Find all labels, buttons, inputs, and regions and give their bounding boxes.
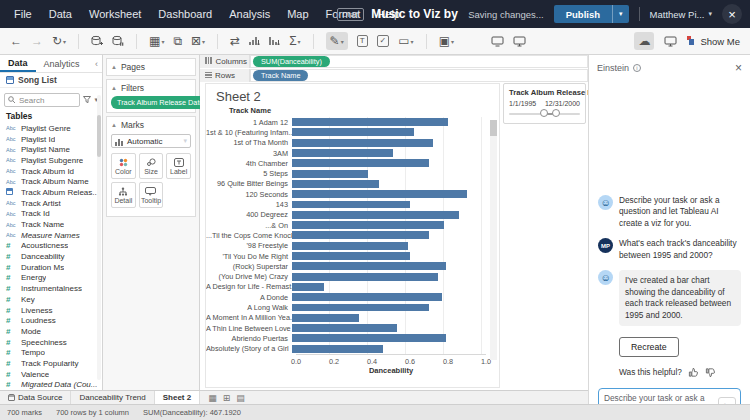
sort-descending-icon[interactable]: [269, 36, 280, 47]
show-hide-cards-icon[interactable]: ▣▾: [439, 34, 454, 48]
field-playlist-genre[interactable]: AbcPlaylist Genre: [0, 123, 102, 134]
field-track-album-releas[interactable]: Track Album Releas...: [0, 187, 102, 198]
bar-category-label[interactable]: Absolutely (Story of a Girl: [206, 344, 292, 353]
field-track-album-id[interactable]: AbcTrack Album Id: [0, 166, 102, 177]
bar[interactable]: [292, 242, 408, 250]
bar[interactable]: [292, 293, 442, 301]
thumbs-down-icon[interactable]: [705, 367, 716, 378]
columns-pill[interactable]: SUM(Danceability): [253, 56, 330, 67]
bar[interactable]: [292, 201, 410, 209]
bar[interactable]: [292, 159, 429, 167]
field-migrated-data-cou[interactable]: #Migrated Data (Cou...: [0, 380, 102, 391]
bar[interactable]: [292, 231, 429, 239]
marks-card[interactable]: ▲Marks Automatic ▾ Color Size Label: [106, 116, 196, 217]
bar-category-label[interactable]: 1st & 10 (Featuring Infam...: [206, 128, 292, 137]
field-playlist-subgenre[interactable]: AbcPlaylist Subgenre: [0, 155, 102, 166]
bar[interactable]: [292, 334, 446, 342]
field-playlist-name[interactable]: AbcPlaylist Name: [0, 144, 102, 155]
field-key[interactable]: #Key: [0, 294, 102, 305]
bar[interactable]: [292, 118, 448, 126]
bar-category-label[interactable]: 1st of Tha Month: [206, 138, 292, 147]
close-icon[interactable]: ×: [722, 4, 742, 24]
tooltip-monitor-icon[interactable]: [664, 36, 677, 47]
bar[interactable]: [292, 252, 410, 260]
bar-category-label[interactable]: (Rock) Superstar: [206, 262, 292, 271]
bar-category-label[interactable]: A Design for Life - Remast...: [206, 282, 292, 291]
mark-type-dropdown[interactable]: Automatic ▾: [111, 134, 191, 148]
slider-handle-end[interactable]: [552, 109, 560, 117]
bar-category-label[interactable]: 5 Steps: [206, 169, 292, 178]
bar[interactable]: [292, 273, 438, 281]
new-data-source-icon[interactable]: [91, 35, 103, 47]
show-me-button[interactable]: Show Me: [687, 36, 740, 47]
bar[interactable]: [292, 170, 368, 178]
bar-category-label[interactable]: A Thin Line Between Love ...: [206, 324, 292, 333]
publish-dropdown-button[interactable]: ▾: [612, 5, 629, 23]
highlight-icon[interactable]: ✎▾: [326, 32, 348, 50]
info-icon[interactable]: i: [633, 64, 641, 72]
bar[interactable]: [292, 211, 459, 219]
bar-category-label[interactable]: A Long Walk: [206, 303, 292, 312]
field-measure-names[interactable]: AbcMeasure Names: [0, 230, 102, 241]
sort-ascending-icon[interactable]: [249, 36, 260, 47]
clear-sheet-icon[interactable]: ⊠▾: [191, 34, 205, 48]
columns-shelf[interactable]: Columns SUM(Danceability): [200, 55, 588, 68]
pause-auto-updates-icon[interactable]: [112, 35, 124, 47]
bar-category-label[interactable]: 3AM: [206, 149, 292, 158]
field-speechiness[interactable]: #Speechiness: [0, 337, 102, 348]
menu-analysis[interactable]: Analysis: [229, 8, 270, 20]
show-mark-labels-icon[interactable]: T: [357, 35, 368, 47]
rows-pill[interactable]: Track Name: [253, 70, 308, 81]
pages-card[interactable]: ▲Pages: [106, 58, 196, 76]
datasource-row[interactable]: Song List: [0, 73, 102, 88]
undo-icon[interactable]: ←: [10, 34, 22, 48]
bar-category-label[interactable]: ...& On: [206, 221, 292, 230]
menu-dashboard[interactable]: Dashboard: [158, 8, 212, 20]
filter-fields-icon[interactable]: [83, 96, 91, 104]
tab-data[interactable]: Data: [0, 55, 36, 72]
bar-category-label[interactable]: ...Til the Cops Come Knock...: [206, 231, 292, 240]
bar[interactable]: [292, 139, 433, 147]
thumbs-up-icon[interactable]: [688, 367, 699, 378]
sheet-tab-sheet-2[interactable]: Sheet 2: [155, 391, 200, 404]
new-worksheet-icon[interactable]: ▦▾: [149, 34, 164, 48]
collapse-pane-icon[interactable]: ‹: [95, 59, 98, 69]
search-input[interactable]: Search: [4, 93, 80, 107]
field-track-artist[interactable]: AbcTrack Artist: [0, 198, 102, 209]
swap-rows-columns-icon[interactable]: ⇄: [230, 34, 240, 48]
size-button[interactable]: Size: [139, 153, 164, 179]
menu-map[interactable]: Map: [287, 8, 308, 20]
totals-icon[interactable]: Σ▾: [289, 34, 300, 48]
field-track-name[interactable]: AbcTrack Name: [0, 219, 102, 230]
user-menu[interactable]: Matthew Pi... ▾: [650, 9, 712, 20]
menu-data[interactable]: Data: [49, 8, 72, 20]
rows-shelf[interactable]: Rows Track Name: [200, 69, 588, 82]
bar-category-label[interactable]: '98 Freestyle: [206, 241, 292, 250]
filter-pill[interactable]: Track Album Release Date: [111, 96, 210, 109]
bar-category-label[interactable]: 400 Degreez: [206, 210, 292, 219]
bar-category-label[interactable]: 120 Seconds: [206, 190, 292, 199]
bar[interactable]: [292, 180, 379, 188]
bar[interactable]: [292, 304, 429, 312]
field-instrumentalness[interactable]: #Instrumentalness: [0, 283, 102, 294]
bar-category-label[interactable]: 4th Chamber: [206, 159, 292, 168]
filters-card[interactable]: ▲Filters Track Album Release Date: [106, 79, 196, 113]
color-button[interactable]: Color: [111, 153, 136, 179]
fix-axes-icon[interactable]: ▭▾: [398, 34, 413, 48]
field-playlist-id[interactable]: AbcPlaylist Id: [0, 134, 102, 145]
new-story-icon[interactable]: ▤: [236, 393, 245, 403]
bar-category-label[interactable]: (You Drive Me) Crazy: [206, 272, 292, 281]
field-loudness[interactable]: #Loudness: [0, 315, 102, 326]
new-dashboard-icon[interactable]: ⊞: [223, 393, 231, 403]
bar[interactable]: [292, 345, 383, 353]
field-duration-ms[interactable]: #Duration Ms: [0, 262, 102, 273]
replay-icon[interactable]: ↻▾: [52, 34, 66, 48]
bar-category-label[interactable]: A Moment In A Million Yea...: [206, 313, 292, 322]
sheet-tab-danceability-trend[interactable]: Danceability Trend: [71, 391, 154, 404]
label-button[interactable]: Label: [166, 153, 191, 179]
bar[interactable]: [292, 324, 397, 332]
collapse-icon[interactable]: ▲: [111, 64, 117, 70]
sheet-tab-data-source[interactable]: Data Source: [0, 391, 71, 404]
bar[interactable]: [292, 221, 444, 229]
tab-analytics[interactable]: Analytics: [36, 55, 88, 72]
